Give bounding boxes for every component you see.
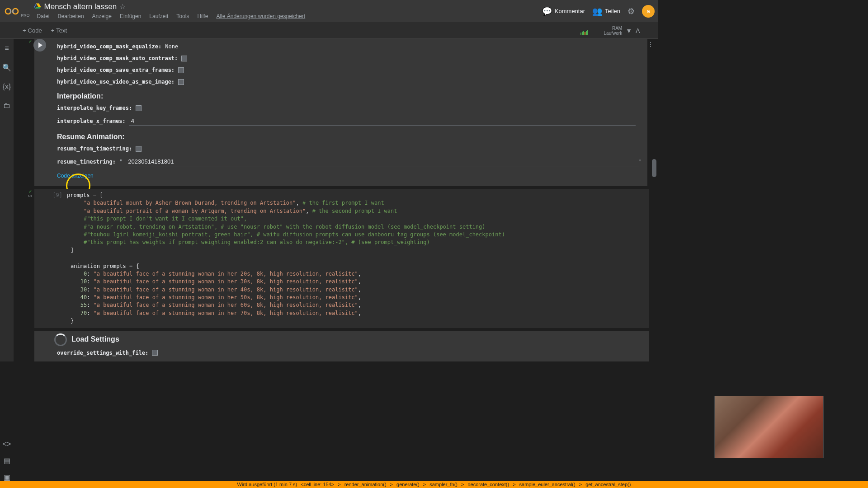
checkbox[interactable] [152,350,158,356]
variables-icon[interactable]: {x} [3,83,11,91]
checkbox[interactable] [136,146,142,152]
load-settings-cell: Load Settings override_settings_with_fil… [34,331,649,361]
left-rail: ≡ 🔍 {x} 🗀 [0,39,14,361]
settings-icon[interactable]: ⚙ [627,6,635,16]
menu-edit[interactable]: Bearbeiten [54,12,88,20]
menu-tools[interactable]: Tools [173,12,193,20]
comment-button[interactable]: 💬 Kommentar [542,6,585,16]
star-icon[interactable]: ☆ [119,2,126,11]
check-icon: ✓ [28,189,32,194]
param-mask-equalize: hybrid_video_comp_mask_equalize: None [57,41,642,52]
notebook-content[interactable]: ✓ ⋮ hybrid_video_comp_mask_equalize: Non… [14,39,658,361]
checkbox[interactable] [136,105,142,111]
colab-logo [4,3,20,19]
notebook-title[interactable]: Mensch altern lassen [44,2,117,11]
param-resume-timestring: resume_timestring: " " [57,155,642,169]
run-button[interactable] [33,39,46,52]
text-input[interactable] [126,157,638,166]
check-icon: ✓ [28,39,32,44]
param-auto-contrast: hybrid_video_comp_mask_auto_contrast: [57,52,642,64]
menu-runtime[interactable]: Laufzeit [146,12,172,20]
menu-insert[interactable]: Einfügen [116,12,145,20]
ram-disk-info[interactable]: RAM Laufwerk [604,26,623,36]
quote-icon: " [639,159,642,165]
collapse-icon[interactable]: ᐱ [636,27,640,34]
drive-icon [33,3,42,11]
toolbar: + Code + Text RAM Laufwerk ▼ ᐱ [0,23,658,39]
param-resume-from-timestring: resume_from_timestring: [57,143,642,155]
files-icon[interactable]: 🗀 [3,102,10,110]
param-interpolate-xframes: interpolate_x_frames: [57,114,642,128]
menu-bar: Datei Bearbeiten Anzeige Einfügen Laufze… [33,12,542,20]
share-icon: 👥 [592,6,602,16]
param-override-settings: override_settings_with_file: [57,347,644,359]
comment-icon: 💬 [542,6,552,16]
quote-icon: " [119,159,123,165]
number-input[interactable] [129,117,636,126]
show-code-link[interactable]: Code anzeigen [57,169,642,181]
cell-menu-icon[interactable]: ⋮ [647,41,654,48]
avatar[interactable]: a [642,5,655,18]
resume-header: Resume Animation: [57,128,642,143]
checkbox[interactable] [181,56,187,61]
form-cell: ✓ ⋮ hybrid_video_comp_mask_equalize: Non… [14,39,658,186]
menu-help[interactable]: Hilfe [193,12,212,20]
param-interpolate-keyframes: interpolate_key_frames: [57,102,642,114]
share-button[interactable]: 👥 Teilen [592,6,620,16]
header: PRO Mensch altern lassen ☆ Datei Bearbei… [0,0,658,23]
loading-spinner-icon[interactable] [54,333,67,346]
exec-time: 0s [28,194,32,198]
toc-icon[interactable]: ≡ [5,44,9,52]
connect-dropdown-icon[interactable]: ▼ [626,27,632,34]
pro-badge: PRO [21,13,30,18]
plus-icon: + [23,27,26,34]
load-settings-header: Load Settings [57,334,644,347]
code-cell: ✓ 0s [9]prompts = [ "a beautiful mount b… [14,189,658,361]
param-save-extra-frames: hybrid_video_comp_save_extra_frames: [57,64,642,76]
code-ruler [281,189,281,328]
search-icon[interactable]: 🔍 [2,63,11,72]
resource-chart[interactable] [580,26,600,35]
form-scrollbar[interactable] [652,75,656,177]
svg-point-0 [5,9,11,14]
menu-file[interactable]: Datei [33,12,53,20]
scrollbar-thumb[interactable] [652,159,656,177]
svg-point-1 [13,9,18,14]
exec-count: [9] [34,192,67,199]
add-text-button[interactable]: + Text [47,25,71,36]
checkbox[interactable] [178,79,184,85]
code-editor[interactable]: [9]prompts = [ "a beautiful mount by Ash… [34,189,649,328]
menu-view[interactable]: Anzeige [89,12,115,20]
add-code-button[interactable]: + Code [18,25,47,36]
save-status[interactable]: Alle Änderungen wurden gespeichert [212,12,309,20]
param-use-video-mse: hybrid_video_use_video_as_mse_image: [57,76,642,88]
cell-gutter: ✓ 0s [26,189,34,198]
plus-icon: + [51,27,55,34]
checkbox[interactable] [178,67,184,73]
cell-gutter: ✓ [26,39,34,44]
param-value[interactable]: None [165,43,178,50]
interpolation-header: Interpolation: [57,88,642,102]
param-settings-file: settings_file: custom [57,359,644,361]
